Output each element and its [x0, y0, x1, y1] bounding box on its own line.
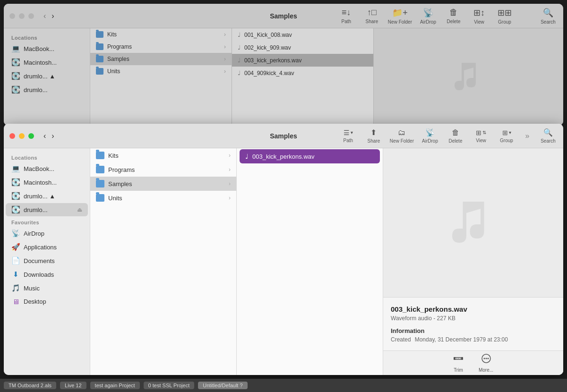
- toolbar-path-top[interactable]: ≡↓ Path: [337, 8, 356, 24]
- toolbar-delete-top[interactable]: 🗑 Delete: [444, 8, 463, 24]
- file-002-top[interactable]: ♩ 002_kick_909.wav: [232, 41, 373, 54]
- sidebar-drumlo1-bottom[interactable]: 💽 drumlo... ▲: [6, 189, 88, 203]
- toolbar-delete-bottom[interactable]: 🗑 Delete: [446, 128, 465, 144]
- toolbar-share-top[interactable]: ↑□ Share: [362, 8, 381, 24]
- trim-button[interactable]: Trim: [453, 353, 464, 373]
- folder-kits-top[interactable]: Kits ›: [90, 28, 232, 41]
- programs-label-bottom: Programs: [108, 166, 135, 173]
- macbook-icon-top: 💻: [11, 44, 20, 53]
- drumlo1-label-bottom: drumlo... ▲: [24, 193, 55, 200]
- nav-buttons-top[interactable]: ‹ ›: [42, 11, 56, 21]
- minimize-button-bottom[interactable]: [19, 133, 25, 139]
- folder-samples-bottom[interactable]: Samples ›: [90, 177, 236, 191]
- toolbar-airdrop-bottom[interactable]: 📡 AirDrop: [421, 128, 439, 144]
- svg-point-5: [483, 358, 485, 359]
- sidebar-item-drumlo2-top[interactable]: 💽 drumlo...: [6, 83, 88, 96]
- trim-icon: [453, 353, 464, 366]
- drumlo1-icon-top: 💽: [11, 72, 20, 80]
- sidebar-desktop-bottom[interactable]: 🖥 Desktop: [6, 295, 88, 308]
- macbook-icon-bottom: 💻: [11, 164, 20, 173]
- taskbar-item-0[interactable]: TM Outboard 2.als: [4, 382, 56, 389]
- toolbar-view-top[interactable]: ⊞↕ View: [470, 8, 489, 25]
- forward-button-bottom[interactable]: ›: [50, 131, 56, 141]
- folder-panel-bottom: Kits › Programs › Samples › Units ›: [90, 148, 237, 375]
- minimize-button-top[interactable]: [19, 13, 25, 19]
- folder-programs-top[interactable]: Programs ›: [90, 41, 232, 53]
- close-button-bottom[interactable]: [9, 133, 15, 139]
- sidebar-drumlo2-bottom[interactable]: 💽 drumlo... ⏏: [6, 203, 88, 216]
- folder-units-bottom[interactable]: Units ›: [90, 191, 236, 205]
- sidebar-music-bottom[interactable]: 🎵 Music: [6, 281, 88, 295]
- toolbar-group-top[interactable]: ⊞⊞ Group: [495, 8, 514, 25]
- file-001-label-top: 001_Kick_008.wav: [244, 32, 292, 38]
- file-003-top[interactable]: ♩ 003_kick_perkons.wav: [232, 54, 373, 67]
- toolbar-search-top[interactable]: 🔍 Search: [539, 8, 558, 25]
- downloads-sidebar-icon: ⬇: [11, 270, 20, 279]
- toolbar-view-bottom[interactable]: ⊞ ⇅ View: [472, 129, 490, 143]
- kits-label-top: Kits: [107, 31, 117, 38]
- sidebar-item-macintosh-top[interactable]: 💽 Macintosh...: [6, 56, 88, 69]
- toolbar-share-bottom[interactable]: ⬆ Share: [364, 128, 383, 144]
- locations-header-bottom: Locations: [4, 152, 90, 162]
- back-button-bottom[interactable]: ‹: [42, 131, 48, 141]
- toolbar-newfolder-top[interactable]: 📁+ New Folder: [388, 8, 412, 25]
- toolbar-search-bottom[interactable]: 🔍 Search: [539, 128, 558, 144]
- sidebar-item-drumlo1-top[interactable]: 💽 drumlo... ▲: [6, 69, 88, 83]
- forward-button-top[interactable]: ›: [50, 11, 56, 21]
- taskbar-item-3[interactable]: 0 test SSL Project: [144, 382, 195, 389]
- folder-programs-bottom[interactable]: Programs ›: [90, 162, 236, 177]
- units-chevron-top: ›: [224, 68, 226, 75]
- toolbar-newfolder-bottom[interactable]: 🗂 New Folder: [390, 128, 414, 144]
- preview-meta: Waveform audio - 227 KB: [391, 315, 556, 322]
- toolbar-path-bottom[interactable]: ☰ ▾ Path: [339, 129, 358, 143]
- folder-samples-top[interactable]: Samples ›: [90, 53, 232, 65]
- documents-sidebar-label: Documents: [24, 257, 55, 264]
- window-controls-bottom[interactable]: [9, 133, 34, 139]
- preview-image-area: [383, 148, 563, 297]
- sidebar-documents-bottom[interactable]: 📄 Documents: [6, 254, 88, 267]
- maximize-button-top[interactable]: [28, 13, 34, 19]
- drumlo2-label-top: drumlo...: [24, 86, 48, 94]
- more-button[interactable]: More...: [479, 353, 493, 373]
- finder-window-bottom[interactable]: ‹ › Samples ☰ ▾ Path ⬆ Share 🗂 New Folde…: [4, 124, 563, 375]
- taskbar-item-4[interactable]: Untitled/Default ?: [198, 382, 247, 389]
- samples-label-top: Samples: [107, 56, 129, 62]
- music-sidebar-label: Music: [24, 285, 40, 292]
- folder-units-top[interactable]: Units ›: [90, 65, 232, 77]
- sidebar-applications-bottom[interactable]: 🚀 Applications: [6, 240, 88, 254]
- preview-panel-top: [374, 28, 563, 126]
- sidebar-airdrop-bottom[interactable]: 📡 AirDrop: [6, 227, 88, 240]
- preview-filename: 003_kick_perkons.wav: [391, 305, 556, 313]
- sidebar-downloads-bottom[interactable]: ⬇ Downloads: [6, 268, 88, 281]
- close-button-top[interactable]: [9, 13, 15, 19]
- samples-chevron-bottom: ›: [229, 180, 231, 187]
- kits-folder-icon-bottom: [96, 152, 104, 159]
- sidebar-macintosh-bottom[interactable]: 💽 Macintosh...: [6, 176, 88, 189]
- toolbar-airdrop-top[interactable]: 📡 AirDrop: [419, 8, 438, 25]
- units-label-top: Units: [107, 68, 120, 75]
- titlebar-top: ‹ › Samples ≡↓ Path ↑□ Share 📁+ New Fold…: [4, 4, 563, 28]
- drumlo1-label-top: drumlo... ▲: [24, 73, 55, 80]
- file-icon-003-bottom: ♩: [245, 153, 249, 160]
- search-icon-top: 🔍: [543, 8, 553, 18]
- folder-panel-top: Kits › Programs › Samples › Units ›: [90, 28, 232, 126]
- taskbar-item-2[interactable]: test again Project: [90, 382, 140, 389]
- back-button-top[interactable]: ‹: [42, 11, 48, 21]
- file-002-label-top: 002_kick_909.wav: [244, 44, 291, 51]
- sidebar-item-macbook-top[interactable]: 💻 MacBook...: [6, 42, 88, 55]
- nav-buttons-bottom[interactable]: ‹ ›: [42, 131, 56, 141]
- file-004-top[interactable]: ♩ 004_909kick_4.wav: [232, 67, 373, 79]
- eject-icon-bottom[interactable]: ⏏: [77, 206, 82, 213]
- window-controls-top[interactable]: [9, 13, 34, 19]
- folder-kits-bottom[interactable]: Kits ›: [90, 148, 236, 162]
- airdrop-sidebar-icon: 📡: [11, 229, 20, 238]
- taskbar-item-1[interactable]: Live 12: [60, 382, 86, 389]
- file-icon-004-top: ♩: [238, 69, 241, 77]
- toolbar-group-bottom[interactable]: ⊞ ▾ Group: [497, 129, 516, 143]
- sidebar-macbook-bottom[interactable]: 💻 MacBook...: [6, 162, 88, 175]
- file-001-top[interactable]: ♩ 001_Kick_008.wav: [232, 28, 373, 41]
- file-003-bottom[interactable]: ♩ 003_kick_perkons.wav: [240, 149, 380, 163]
- expand-icon-bottom[interactable]: »: [523, 132, 532, 140]
- applications-sidebar-label: Applications: [24, 244, 57, 251]
- maximize-button-bottom[interactable]: [28, 133, 34, 139]
